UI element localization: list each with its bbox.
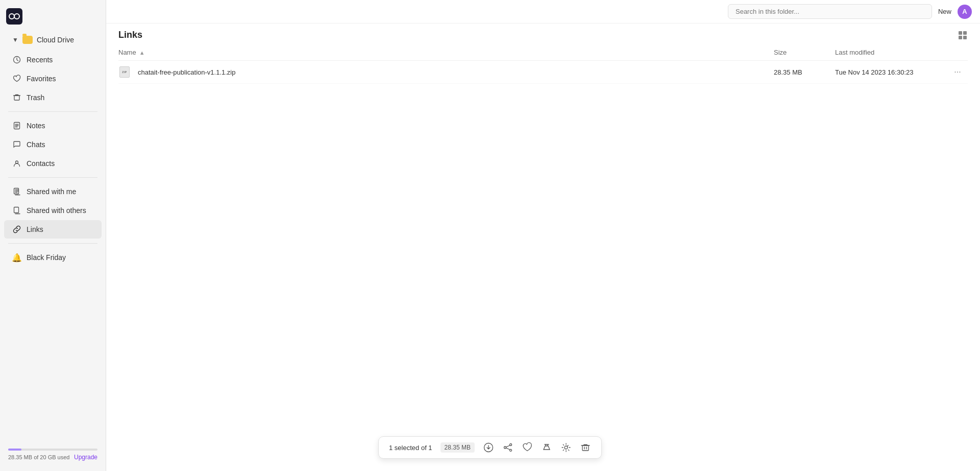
storage-bar-track bbox=[8, 449, 97, 451]
file-table: Name ▲ Size Last modified chatait-free-p… bbox=[106, 44, 980, 84]
contacts-label: Contacts bbox=[27, 159, 55, 168]
nav-section: Recents Favorites Trash bbox=[0, 49, 106, 108]
divider-3 bbox=[8, 243, 97, 244]
shared-me-icon bbox=[12, 187, 21, 196]
selection-size-badge: 28.35 MB bbox=[440, 442, 475, 453]
file-name-col: chatait-free-publication-v1.1.1.zip bbox=[118, 66, 774, 78]
svg-rect-18 bbox=[582, 445, 589, 451]
shared-with-me-label: Shared with me bbox=[27, 187, 76, 196]
svg-rect-8 bbox=[14, 207, 19, 213]
divider-2 bbox=[8, 177, 97, 178]
chevron-down-icon: ▼ bbox=[12, 36, 18, 43]
sidebar-item-contacts[interactable]: Contacts bbox=[4, 154, 102, 173]
sidebar-item-links[interactable]: Links bbox=[4, 220, 102, 239]
avatar[interactable]: A bbox=[958, 5, 972, 19]
sidebar-item-notes[interactable]: Notes bbox=[4, 116, 102, 135]
download-button[interactable] bbox=[483, 442, 494, 453]
upgrade-link[interactable]: Upgrade bbox=[74, 454, 97, 461]
logo-area[interactable] bbox=[0, 4, 106, 29]
sidebar: ▼ Cloud Drive Recents Favorites Trash bbox=[0, 0, 106, 471]
recents-label: Recents bbox=[27, 56, 53, 64]
bottom-action-bar: 1 selected of 1 28.35 MB bbox=[378, 436, 602, 459]
sidebar-item-black-friday[interactable]: 🔔 Black Friday bbox=[4, 248, 102, 267]
svg-rect-12 bbox=[963, 36, 967, 39]
copy-button[interactable] bbox=[560, 442, 572, 453]
search-input[interactable] bbox=[728, 4, 932, 19]
svg-point-6 bbox=[16, 161, 18, 163]
links-label: Links bbox=[27, 225, 43, 233]
shared-section: Shared with me Shared with others Links bbox=[0, 181, 106, 240]
shared-others-icon bbox=[12, 206, 21, 215]
app-logo-icon bbox=[6, 8, 22, 25]
svg-rect-10 bbox=[963, 31, 967, 35]
divider-1 bbox=[8, 111, 97, 112]
share-button[interactable] bbox=[502, 442, 513, 453]
svg-rect-9 bbox=[959, 31, 962, 35]
search-bar bbox=[728, 4, 932, 19]
sidebar-item-recents[interactable]: Recents bbox=[4, 51, 102, 69]
folder-title: Links bbox=[118, 30, 142, 40]
file-name: chatait-free-publication-v1.1.1.zip bbox=[138, 68, 236, 76]
bottom-bar-actions bbox=[483, 442, 591, 453]
chat-icon bbox=[12, 140, 21, 149]
notes-label: Notes bbox=[27, 122, 45, 130]
main-content: New A Links Name ▲ Size Last modified bbox=[106, 0, 980, 471]
sort-asc-icon: ▲ bbox=[139, 50, 145, 56]
new-button[interactable]: New bbox=[938, 8, 951, 15]
promo-section: 🔔 Black Friday bbox=[0, 247, 106, 268]
clock-icon bbox=[12, 55, 21, 64]
storage-text-row: 28.35 MB of 20 GB used Upgrade bbox=[8, 454, 97, 461]
favorite-button[interactable] bbox=[522, 442, 533, 453]
favorites-label: Favorites bbox=[27, 75, 56, 83]
sidebar-item-shared-with-me[interactable]: Shared with me bbox=[4, 182, 102, 201]
top-bar-right: New A bbox=[938, 5, 972, 19]
svg-rect-11 bbox=[959, 36, 962, 39]
folder-icon bbox=[22, 36, 33, 44]
tools-section: Notes Chats Contacts bbox=[0, 115, 106, 174]
col-header-size[interactable]: Size bbox=[774, 49, 835, 56]
view-toggle-button[interactable] bbox=[958, 30, 968, 40]
svg-point-15 bbox=[504, 446, 506, 449]
file-table-header: Name ▲ Size Last modified bbox=[118, 44, 968, 61]
move-button[interactable] bbox=[541, 442, 552, 453]
bell-icon: 🔔 bbox=[12, 253, 21, 262]
file-modified: Tue Nov 14 2023 16:30:23 bbox=[835, 68, 947, 76]
sidebar-item-shared-with-others[interactable]: Shared with others bbox=[4, 201, 102, 220]
contacts-icon bbox=[12, 159, 21, 168]
black-friday-label: Black Friday bbox=[27, 253, 66, 262]
name-col-label: Name bbox=[118, 49, 136, 56]
storage-used-label: 28.35 MB of 20 GB used bbox=[8, 454, 69, 460]
sidebar-item-trash[interactable]: Trash bbox=[4, 88, 102, 107]
sidebar-item-favorites[interactable]: Favorites bbox=[4, 69, 102, 88]
delete-button[interactable] bbox=[580, 442, 591, 453]
link-icon bbox=[12, 225, 21, 234]
storage-info: 28.35 MB of 20 GB used Upgrade bbox=[0, 442, 106, 467]
folder-header: Links bbox=[106, 23, 980, 40]
trash-icon bbox=[12, 93, 21, 102]
col-header-name[interactable]: Name ▲ bbox=[118, 49, 774, 56]
file-size: 28.35 MB bbox=[774, 68, 835, 76]
table-row[interactable]: chatait-free-publication-v1.1.1.zip 28.3… bbox=[118, 61, 968, 84]
cloud-drive-label: Cloud Drive bbox=[37, 36, 74, 44]
notes-icon bbox=[12, 121, 21, 130]
heart-icon bbox=[12, 74, 21, 83]
sidebar-item-cloud-drive[interactable]: ▼ Cloud Drive bbox=[4, 31, 102, 49]
file-icon bbox=[118, 66, 131, 78]
file-more-button[interactable]: ··· bbox=[947, 67, 968, 77]
col-header-modified[interactable]: Last modified bbox=[835, 49, 947, 56]
sidebar-item-chats[interactable]: Chats bbox=[4, 135, 102, 154]
storage-bar-fill bbox=[8, 449, 21, 451]
svg-rect-4 bbox=[14, 96, 19, 100]
selection-count-label: 1 selected of 1 bbox=[389, 444, 432, 452]
shared-with-others-label: Shared with others bbox=[27, 206, 86, 215]
zip-icon bbox=[119, 66, 130, 78]
chats-label: Chats bbox=[27, 140, 45, 149]
top-bar: New A bbox=[106, 0, 980, 23]
svg-point-17 bbox=[565, 446, 568, 449]
trash-label: Trash bbox=[27, 93, 44, 102]
